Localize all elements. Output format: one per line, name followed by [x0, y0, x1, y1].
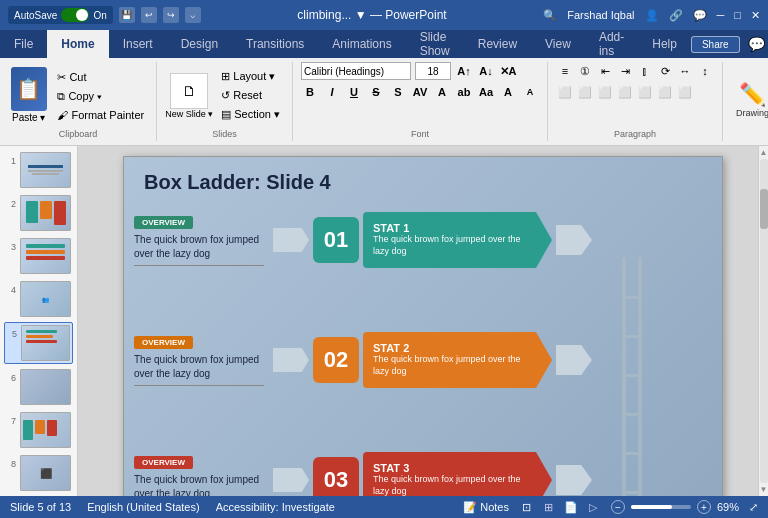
minimize-button[interactable]: ─	[717, 9, 725, 21]
zoom-in-button[interactable]: +	[697, 500, 711, 514]
numbering-button[interactable]: ①	[576, 62, 594, 80]
zoom-slider[interactable]	[631, 505, 691, 509]
title-bar: AutoSave On 💾 ↩ ↪ ⌵ climbing... ▼ — Powe…	[0, 0, 768, 30]
slide-preview-3	[20, 238, 71, 274]
slide-thumb-2[interactable]: 2	[4, 193, 73, 233]
accessibility-info[interactable]: Accessibility: Investigate	[216, 501, 335, 513]
new-slide-dropdown[interactable]: New Slide ▾	[165, 109, 213, 119]
smartart-button[interactable]: ↔	[676, 62, 694, 80]
comments-ribbon-icon[interactable]: 💬	[748, 36, 765, 52]
scroll-down-icon[interactable]: ▼	[760, 485, 768, 494]
text-columns-button[interactable]: ⬜	[636, 83, 654, 101]
drawing-button[interactable]: ✏️ Drawing	[730, 73, 768, 129]
decrease-font-button[interactable]: A↓	[477, 62, 495, 80]
comments-icon[interactable]: 💬	[693, 9, 707, 22]
bullets-button[interactable]: ≡	[556, 62, 574, 80]
tab-home[interactable]: Home	[47, 30, 108, 58]
bold-button[interactable]: B	[301, 83, 319, 101]
font-small-button[interactable]: A	[521, 83, 539, 101]
decrease-indent-button[interactable]: ⇤	[596, 62, 614, 80]
redo-icon[interactable]: ↪	[163, 7, 179, 23]
tab-file[interactable]: File	[0, 30, 47, 58]
tab-addins[interactable]: Add-ins	[585, 30, 638, 58]
paste-dropdown[interactable]: Paste ▾	[8, 111, 49, 124]
increase-font-button[interactable]: A↑	[455, 62, 473, 80]
share-button[interactable]: Share	[691, 36, 740, 53]
autosave-toggle[interactable]	[61, 8, 89, 22]
slide-thumb-8[interactable]: 8 ⬛	[4, 453, 73, 493]
share-icon[interactable]: 🔗	[669, 9, 683, 22]
new-slide-section: 🗋 New Slide ▾	[165, 73, 213, 119]
copy-button[interactable]: ⧉ Copy ▾	[53, 88, 148, 105]
scroll-up-icon[interactable]: ▲	[760, 148, 768, 157]
tab-help[interactable]: Help	[638, 30, 691, 58]
slideshow-icon[interactable]: ▷	[585, 499, 601, 515]
italic-button[interactable]: I	[323, 83, 341, 101]
left-text-2: The quick brown fox jumped over the lazy…	[134, 353, 269, 381]
highlight-button[interactable]: ab	[455, 83, 473, 101]
close-button[interactable]: ✕	[751, 9, 760, 22]
slide-thumb-5[interactable]: 5	[4, 322, 73, 364]
underline-button[interactable]: U	[345, 83, 363, 101]
columns-button[interactable]: ⫿	[636, 62, 654, 80]
section-button[interactable]: ▤ Section ▾	[217, 106, 284, 123]
spacing-button[interactable]: AV	[411, 83, 429, 101]
autosave-button[interactable]: AutoSave On	[8, 6, 113, 24]
vertical-scrollbar[interactable]: ▲ ▼	[758, 146, 768, 496]
increase-indent-button[interactable]: ⇥	[616, 62, 634, 80]
vertical-align-button[interactable]: ⬜	[656, 83, 674, 101]
fit-screen-icon[interactable]: ⤢	[749, 501, 758, 514]
text-direction-button[interactable]: ⟳	[656, 62, 674, 80]
strikethrough-button[interactable]: S	[367, 83, 385, 101]
slide-thumb-6[interactable]: 6	[4, 367, 73, 407]
scroll-thumb[interactable]	[760, 189, 768, 229]
justify-button[interactable]: ⬜	[616, 83, 634, 101]
tab-design[interactable]: Design	[167, 30, 232, 58]
filename-display: climbing... ▼ — PowerPoint	[297, 8, 446, 22]
convert-smartart-button[interactable]: ⬜	[676, 83, 694, 101]
tab-review[interactable]: Review	[464, 30, 531, 58]
zoom-out-button[interactable]: −	[611, 500, 625, 514]
font-family-input[interactable]	[301, 62, 411, 80]
font-large-button[interactable]: A	[499, 83, 517, 101]
align-center-button[interactable]: ⬜	[576, 83, 594, 101]
reading-view-icon[interactable]: 📄	[563, 499, 579, 515]
format-painter-button[interactable]: 🖌 Format Painter	[53, 107, 148, 123]
slide-thumb-4[interactable]: 4 👥	[4, 279, 73, 319]
more-tools-icon[interactable]: ⌵	[185, 7, 201, 23]
tab-view[interactable]: View	[531, 30, 585, 58]
tab-slideshow[interactable]: Slide Show	[406, 30, 464, 58]
slide-thumb-7[interactable]: 7	[4, 410, 73, 450]
font-size-input[interactable]	[415, 62, 451, 80]
line-spacing-button[interactable]: ↕	[696, 62, 714, 80]
slide-sorter-icon[interactable]: ⊞	[541, 499, 557, 515]
reset-button[interactable]: ↺ Reset	[217, 87, 284, 104]
align-left-button[interactable]: ⬜	[556, 83, 574, 101]
ribbon-body: 📋 Paste ▾ ✂ Cut ⧉ Copy ▾ 🖌 Format Painte…	[0, 58, 768, 146]
notes-button[interactable]: 📝 Notes	[463, 501, 509, 514]
font-row-2: B I U S S AV A ab Aa A A	[301, 83, 539, 101]
left-text-3: The quick brown fox jumped over the lazy…	[134, 473, 269, 496]
new-slide-button[interactable]: 🗋	[170, 73, 208, 109]
zoom-level[interactable]: 69%	[717, 501, 739, 513]
paste-button[interactable]: 📋	[11, 67, 47, 111]
tab-animations[interactable]: Animations	[318, 30, 405, 58]
layout-button[interactable]: ⊞ Layout ▾	[217, 68, 284, 85]
drawing-group: ✏️ Drawing	[723, 62, 768, 141]
slide-thumb-1[interactable]: 1	[4, 150, 73, 190]
slide-thumb-3[interactable]: 3	[4, 236, 73, 276]
normal-view-icon[interactable]: ⊡	[519, 499, 535, 515]
user-avatar: 👤	[645, 9, 659, 22]
save-icon[interactable]: 💾	[119, 7, 135, 23]
tab-transitions[interactable]: Transitions	[232, 30, 318, 58]
font-color-button[interactable]: A	[433, 83, 451, 101]
shadow-button[interactable]: S	[389, 83, 407, 101]
clear-format-button[interactable]: ✕A	[499, 62, 517, 80]
align-right-button[interactable]: ⬜	[596, 83, 614, 101]
search-icon[interactable]: 🔍	[543, 9, 557, 22]
font-size-a[interactable]: Aa	[477, 83, 495, 101]
tab-insert[interactable]: Insert	[109, 30, 167, 58]
cut-button[interactable]: ✂ Cut	[53, 69, 148, 86]
undo-icon[interactable]: ↩	[141, 7, 157, 23]
maximize-button[interactable]: □	[734, 9, 741, 21]
